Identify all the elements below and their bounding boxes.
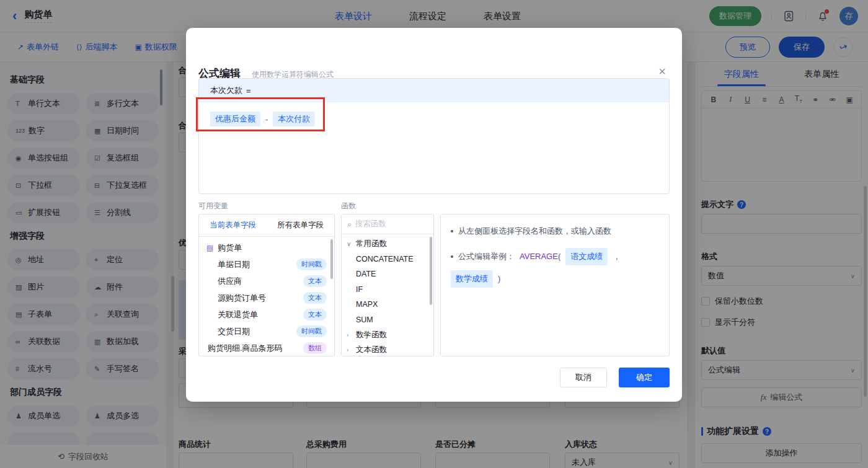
bullet-icon — [451, 230, 453, 232]
formula-target: 本次欠款 — [210, 85, 242, 96]
example-function-open: AVERAGE( — [520, 250, 560, 263]
function-item[interactable]: CONCATENATE — [342, 252, 433, 267]
formula-input-area[interactable]: 本次欠款 = 优惠后金额 - 本次付款 — [198, 78, 670, 194]
search-icon: ⌕ — [347, 220, 352, 229]
tips-panel: 从左侧面板选择字段名和函数，或输入函数 公式编辑举例： AVERAGE( 语文成… — [440, 214, 670, 356]
chevron-down-icon: ∨ — [347, 241, 353, 247]
form-node[interactable]: ▤ 购货单 — [199, 239, 334, 256]
type-badge: 时间戳 — [296, 258, 327, 270]
variable-field-row[interactable]: 单据日期时间戳 — [199, 256, 334, 273]
function-item[interactable]: SUM — [342, 312, 433, 328]
cancel-button[interactable]: 取消 — [560, 368, 607, 387]
variable-field-row[interactable]: 源购货订单号文本 — [199, 289, 334, 306]
type-badge: 数组 — [303, 342, 327, 354]
function-item[interactable]: DATE — [342, 267, 433, 282]
example-field-chip: 数学成绩 — [451, 270, 493, 288]
type-badge: 文本 — [303, 275, 327, 287]
function-item[interactable]: MAPX — [342, 297, 433, 312]
formula-field-chip[interactable]: 优惠后金额 — [210, 112, 260, 126]
variables-panel: 当前表单字段 所有表单字段 ▤ 购货单 单据日期时间戳 供应商文本 源购货订单号… — [198, 214, 335, 356]
function-group-text[interactable]: ›文本函数 — [342, 343, 433, 357]
variable-field-row[interactable]: 购货明细.商品条形码数组 — [199, 340, 334, 356]
functions-scrollbar[interactable] — [430, 237, 432, 305]
function-search-input[interactable]: ⌕ 搜索函数 — [342, 214, 433, 234]
variables-label: 可用变量 — [198, 201, 228, 211]
function-group-common[interactable]: ∨常用函数 — [342, 236, 433, 252]
function-group-math[interactable]: ›数学函数 — [342, 327, 433, 343]
tab-current-form-fields[interactable]: 当前表单字段 — [199, 220, 267, 231]
function-item[interactable]: IF — [342, 282, 433, 298]
tip-text: 从左侧面板选择字段名和函数，或输入函数 — [458, 224, 611, 238]
type-badge: 时间戳 — [296, 325, 327, 337]
minus-operator: - — [265, 115, 268, 124]
bullet-icon — [451, 255, 453, 258]
variable-field-row[interactable]: 关联退货单文本 — [199, 306, 334, 323]
type-badge: 文本 — [303, 309, 327, 320]
chevron-right-icon: › — [347, 347, 353, 353]
chevron-right-icon: › — [347, 332, 353, 338]
example-field-chip: 语文成绩 — [565, 248, 608, 265]
formula-editor-modal: 公式编辑 使用数学运算符编辑公式 × 本次欠款 = 优惠后金额 - 本次付款 可… — [186, 28, 682, 402]
functions-panel: ⌕ 搜索函数 ∨常用函数 CONCATENATE DATE IF MAPX SU… — [341, 214, 434, 356]
type-badge: 文本 — [303, 292, 327, 304]
confirm-button[interactable]: 确定 — [619, 368, 670, 387]
close-icon[interactable]: × — [658, 65, 666, 77]
form-doc-icon: ▤ — [206, 244, 213, 252]
formula-target-row: 本次欠款 = — [199, 79, 669, 102]
formula-field-chip[interactable]: 本次付款 — [273, 112, 315, 126]
variable-field-row[interactable]: 交货日期时间戳 — [199, 323, 334, 340]
variables-scrollbar[interactable] — [330, 239, 333, 279]
tab-all-form-fields[interactable]: 所有表单字段 — [267, 220, 334, 231]
tip-example-prefix: 公式编辑举例： — [458, 250, 515, 263]
search-placeholder: 搜索函数 — [355, 219, 386, 229]
variable-field-row[interactable]: 供应商文本 — [199, 273, 334, 289]
comma: ， — [613, 250, 621, 263]
equals-sign: = — [246, 86, 251, 95]
example-function-close: ) — [498, 272, 500, 286]
functions-label: 函数 — [341, 201, 356, 211]
